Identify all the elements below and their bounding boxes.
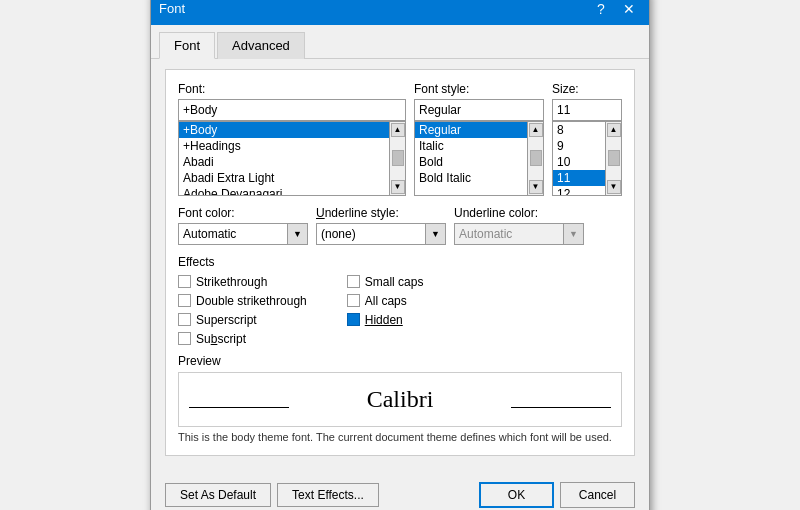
scroll-up-arrow[interactable]: ▲ (529, 123, 543, 137)
underline-color-arrow[interactable]: ▼ (563, 224, 583, 244)
scroll-down-arrow[interactable]: ▼ (391, 180, 405, 194)
superscript-checkbox-item[interactable]: Superscript (178, 313, 307, 327)
font-list-item[interactable]: Abadi (179, 154, 389, 170)
preview-section: Preview Calibri This is the body theme f… (178, 354, 622, 443)
font-settings-box: Font: +Body +Headings Abadi Abadi Extra … (165, 69, 635, 456)
style-scrollbar[interactable]: ▲ ▼ (528, 121, 544, 196)
style-list-item[interactable]: Italic (415, 138, 527, 154)
font-color-arrow[interactable]: ▼ (287, 224, 307, 244)
size-field-group: Size: 8 9 10 11 12 ▲ ▼ (552, 82, 622, 196)
tab-font[interactable]: Font (159, 32, 215, 59)
titlebar-buttons: ? ✕ (589, 0, 641, 19)
style-field-group: Font style: Regular Italic Bold Bold Ita… (414, 82, 544, 196)
size-list-item[interactable]: 8 (553, 122, 605, 138)
underline-style-value: (none) (317, 227, 425, 241)
all-caps-checkbox[interactable] (347, 294, 360, 307)
size-listbox[interactable]: 8 9 10 11 12 (552, 121, 606, 196)
underline-style-label: Underline style: (316, 206, 446, 220)
style-list-container: Regular Italic Bold Bold Italic ▲ ▼ (414, 121, 544, 196)
text-effects-button[interactable]: Text Effects... (277, 483, 379, 507)
small-caps-checkbox[interactable] (347, 275, 360, 288)
tab-bar: Font Advanced (151, 25, 649, 59)
size-scrollbar[interactable]: ▲ ▼ (606, 121, 622, 196)
font-input[interactable] (178, 99, 406, 121)
scroll-thumb[interactable] (392, 150, 404, 166)
subscript-checkbox[interactable] (178, 332, 191, 345)
size-list-item[interactable]: 10 (553, 154, 605, 170)
footer-left: Set As Default Text Effects... (165, 483, 379, 507)
preview-label: Preview (178, 354, 622, 368)
strikethrough-checkbox[interactable] (178, 275, 191, 288)
preview-text: Calibri (367, 386, 434, 413)
tab-advanced[interactable]: Advanced (217, 32, 305, 59)
set-as-default-button[interactable]: Set As Default (165, 483, 271, 507)
hidden-checkbox-item[interactable]: ✓ Hidden (347, 313, 424, 327)
underline-color-value: Automatic (455, 227, 563, 241)
double-strikethrough-checkbox-item[interactable]: Double strikethrough (178, 294, 307, 308)
preview-line-left (189, 407, 289, 408)
all-caps-label: All caps (365, 294, 407, 308)
size-list-item[interactable]: 12 (553, 186, 605, 196)
font-color-dropdown[interactable]: Automatic ▼ (178, 223, 308, 245)
style-listbox[interactable]: Regular Italic Bold Bold Italic (414, 121, 528, 196)
effects-section: Effects Strikethrough Double strikethrou… (178, 255, 622, 346)
all-caps-checkbox-item[interactable]: All caps (347, 294, 424, 308)
style-list-item[interactable]: Bold Italic (415, 170, 527, 186)
style-list-item[interactable]: Regular (415, 122, 527, 138)
font-list-container: +Body +Headings Abadi Abadi Extra Light … (178, 121, 406, 196)
preview-line-right (511, 407, 611, 408)
scroll-down-arrow[interactable]: ▼ (529, 180, 543, 194)
help-button[interactable]: ? (589, 0, 613, 19)
ok-button[interactable]: OK (479, 482, 554, 508)
hidden-checkbox[interactable]: ✓ (347, 313, 360, 326)
font-field-group: Font: +Body +Headings Abadi Abadi Extra … (178, 82, 406, 196)
scroll-thumb[interactable] (530, 150, 542, 166)
underline-color-group: Underline color: Automatic ▼ (454, 206, 584, 245)
effects-columns: Strikethrough Double strikethrough Super… (178, 275, 622, 346)
font-listbox[interactable]: +Body +Headings Abadi Abadi Extra Light … (178, 121, 390, 196)
effects-col-left: Strikethrough Double strikethrough Super… (178, 275, 307, 346)
footer: Set As Default Text Effects... OK Cancel (151, 474, 649, 511)
font-list-item[interactable]: Abadi Extra Light (179, 170, 389, 186)
scroll-up-arrow[interactable]: ▲ (391, 123, 405, 137)
titlebar: Font ? ✕ (151, 0, 649, 25)
dialog-title: Font (159, 1, 185, 16)
strikethrough-checkbox-item[interactable]: Strikethrough (178, 275, 307, 289)
size-list-item[interactable]: 11 (553, 170, 605, 186)
style-label: Font style: (414, 82, 544, 96)
footer-right: OK Cancel (479, 482, 635, 508)
small-caps-label: Small caps (365, 275, 424, 289)
font-color-value: Automatic (179, 227, 287, 241)
double-strikethrough-label: Double strikethrough (196, 294, 307, 308)
fields-row: Font: +Body +Headings Abadi Abadi Extra … (178, 82, 622, 196)
preview-note: This is the body theme font. The current… (178, 431, 622, 443)
size-list-item[interactable]: 9 (553, 138, 605, 154)
superscript-checkbox[interactable] (178, 313, 191, 326)
effects-title: Effects (178, 255, 622, 269)
font-label: Font: (178, 82, 406, 96)
subscript-checkbox-item[interactable]: Subscript (178, 332, 307, 346)
scroll-down-arrow[interactable]: ▼ (607, 180, 621, 194)
hidden-label: Hidden (365, 313, 403, 327)
font-list-item[interactable]: +Body (179, 122, 389, 138)
small-caps-checkbox-item[interactable]: Small caps (347, 275, 424, 289)
cancel-button[interactable]: Cancel (560, 482, 635, 508)
underline-style-dropdown[interactable]: (none) ▼ (316, 223, 446, 245)
superscript-label: Superscript (196, 313, 257, 327)
effects-col-right: Small caps All caps ✓ Hidden (347, 275, 424, 346)
size-input[interactable] (552, 99, 622, 121)
style-input[interactable] (414, 99, 544, 121)
style-list-item[interactable]: Bold (415, 154, 527, 170)
underline-color-label: Underline color: (454, 206, 584, 220)
underline-color-dropdown[interactable]: Automatic ▼ (454, 223, 584, 245)
scroll-up-arrow[interactable]: ▲ (607, 123, 621, 137)
scroll-thumb[interactable] (608, 150, 620, 166)
underline-style-arrow[interactable]: ▼ (425, 224, 445, 244)
underline-style-group: Underline style: (none) ▼ (316, 206, 446, 245)
font-scrollbar[interactable]: ▲ ▼ (390, 121, 406, 196)
close-button[interactable]: ✕ (617, 0, 641, 19)
subscript-label: Subscript (196, 332, 246, 346)
font-list-item[interactable]: +Headings (179, 138, 389, 154)
font-list-item[interactable]: Adobe Devanagari (179, 186, 389, 196)
double-strikethrough-checkbox[interactable] (178, 294, 191, 307)
